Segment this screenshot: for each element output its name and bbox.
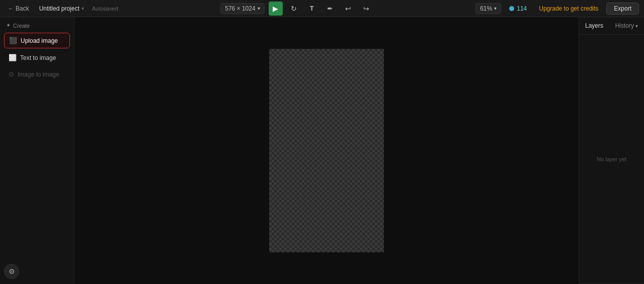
redo-icon: ↪ — [363, 5, 369, 13]
upload-image-icon: ⬛ — [9, 37, 17, 44]
sidebar-section-create: ✦ Create — [4, 22, 70, 29]
zoom-button[interactable]: 61% ▾ — [475, 3, 501, 14]
create-icon: ✦ — [6, 22, 11, 29]
refresh-button[interactable]: ↻ — [287, 2, 301, 16]
canvas-size-button[interactable]: 576 × 1024 ▾ — [220, 3, 264, 14]
topbar-center: 576 × 1024 ▾ ▶ ↻ T ✒ ↩ ↪ — [122, 2, 471, 16]
export-label: Export — [614, 5, 631, 12]
canvas — [269, 49, 384, 252]
text-to-image-label: Text to image — [20, 54, 56, 61]
play-button[interactable]: ▶ — [269, 2, 283, 16]
credits-display: 114 — [505, 4, 531, 14]
main-area: ✦ Create ⬛ Upload image ⬜ Text to image … — [0, 17, 644, 284]
canvas-size-chevron-icon: ▾ — [258, 6, 260, 11]
history-chevron-icon: ▾ — [635, 23, 638, 29]
back-button[interactable]: ← Back — [5, 4, 32, 14]
layers-panel: Layers History ▾ No layer yet — [579, 17, 644, 284]
sidebar-item-text-to-image[interactable]: ⬜ Text to image — [4, 50, 70, 65]
credits-count-label: 114 — [517, 5, 527, 12]
upgrade-button[interactable]: Upgrade to get credits — [535, 4, 602, 14]
autosaved-label: Autosaved — [92, 6, 118, 12]
history-label: History — [615, 22, 634, 29]
no-layer-label: No layer yet — [597, 156, 626, 162]
redo-button[interactable]: ↪ — [359, 2, 373, 16]
text-to-image-icon: ⬜ — [9, 54, 17, 61]
project-name-chevron-icon: ▾ — [82, 6, 84, 11]
image-to-image-icon: ⊙ — [9, 70, 14, 78]
pen-tool-button[interactable]: ✒ — [323, 2, 337, 16]
settings-button[interactable]: ⚙ — [4, 264, 19, 279]
zoom-chevron-icon: ▾ — [494, 6, 497, 11]
zoom-level-label: 61% — [480, 5, 492, 12]
upload-image-label: Upload image — [21, 37, 58, 44]
upgrade-label: Upgrade to get credits — [539, 5, 598, 12]
pen-tool-icon: ✒ — [327, 5, 333, 13]
settings-icon: ⚙ — [9, 267, 15, 275]
layers-content: No layer yet — [579, 35, 644, 283]
refresh-icon: ↻ — [291, 5, 297, 13]
layers-header: Layers History ▾ — [579, 17, 644, 35]
topbar-right: 61% ▾ 114 Upgrade to get credits Export — [475, 3, 639, 15]
canvas-size-label: 576 × 1024 — [225, 5, 255, 12]
export-button[interactable]: Export — [606, 3, 639, 15]
sidebar-bottom: ⚙ — [4, 264, 70, 279]
project-name-button[interactable]: Untitled project ▾ — [36, 4, 87, 14]
undo-icon: ↩ — [345, 5, 351, 13]
back-arrow-icon: ← — [8, 6, 14, 12]
text-tool-button[interactable]: T — [305, 2, 319, 16]
canvas-area — [74, 17, 579, 284]
image-to-image-label: Image to image — [18, 71, 59, 78]
text-tool-icon: T — [310, 5, 314, 12]
undo-button[interactable]: ↩ — [341, 2, 355, 16]
project-name-label: Untitled project — [39, 5, 79, 12]
topbar: ← Back Untitled project ▾ Autosaved 576 … — [0, 0, 644, 17]
credits-dot-icon — [509, 6, 514, 11]
sidebar-item-upload-image[interactable]: ⬛ Upload image — [4, 33, 70, 48]
sidebar-item-image-to-image: ⊙ Image to image — [4, 67, 70, 82]
tab-layers[interactable]: Layers — [585, 21, 603, 30]
play-icon: ▶ — [273, 5, 278, 13]
tab-history[interactable]: History ▾ — [615, 22, 638, 29]
create-label: Create — [13, 23, 30, 29]
back-label: Back — [16, 5, 29, 12]
sidebar: ✦ Create ⬛ Upload image ⬜ Text to image … — [0, 17, 74, 284]
